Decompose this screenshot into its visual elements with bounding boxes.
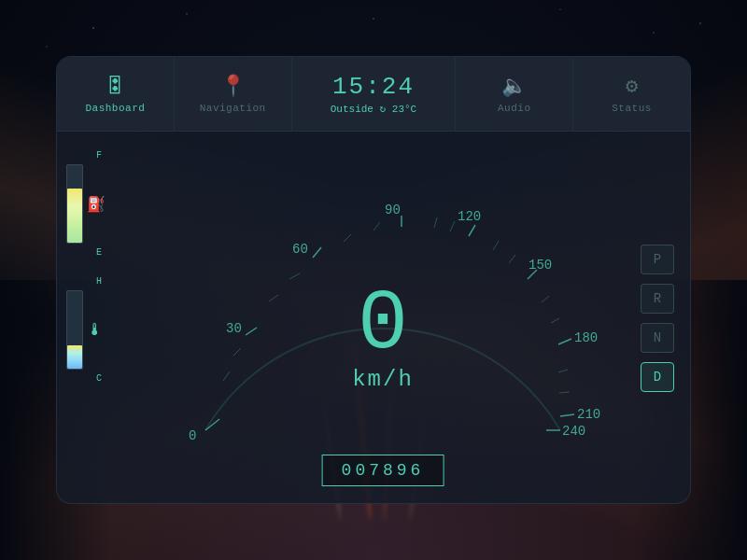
left-gauges: F ⛽ E H 🌡 C xyxy=(57,132,141,504)
status-icon: ⚙ xyxy=(626,74,638,99)
speedometer-area: 0 30 60 90 120 150 180 xyxy=(141,132,625,504)
svg-line-24 xyxy=(434,217,437,228)
fuel-bar xyxy=(66,164,83,244)
svg-line-18 xyxy=(223,371,230,381)
svg-text:210: 210 xyxy=(577,407,600,422)
temp-bar-container: 🌡 xyxy=(66,290,132,370)
svg-text:240: 240 xyxy=(562,424,585,439)
svg-line-26 xyxy=(493,241,499,250)
svg-line-22 xyxy=(344,234,351,242)
fuel-icon: ⛽ xyxy=(87,195,106,214)
svg-text:90: 90 xyxy=(385,203,401,217)
svg-line-29 xyxy=(551,318,559,323)
fuel-top-label: F xyxy=(66,150,132,161)
svg-line-12 xyxy=(558,339,571,344)
svg-text:30: 30 xyxy=(226,321,242,336)
odometer-display: 007896 xyxy=(322,455,444,486)
dashboard-icon: 🎛 xyxy=(105,74,125,99)
gear-N[interactable]: N xyxy=(641,323,674,353)
audio-icon: 🔈 xyxy=(501,74,527,99)
temp-top-label: H xyxy=(66,276,132,287)
content-area: F ⛽ E H 🌡 C xyxy=(57,132,690,504)
svg-line-27 xyxy=(509,255,515,263)
nav-label-dashboard: Dashboard xyxy=(85,103,145,114)
svg-line-8 xyxy=(469,225,475,236)
temp-bar xyxy=(66,290,83,370)
svg-line-2 xyxy=(246,328,257,335)
gear-D[interactable]: D xyxy=(641,362,674,392)
svg-line-25 xyxy=(450,221,455,231)
svg-text:180: 180 xyxy=(574,330,598,345)
gear-R[interactable]: R xyxy=(641,284,674,314)
nav-label-navigation: Navigation xyxy=(200,103,266,114)
nav-item-audio[interactable]: 🔈 Audio xyxy=(456,57,573,131)
fuel-bar-container: ⛽ xyxy=(66,164,132,244)
speed-unit: km/h xyxy=(352,367,414,392)
fuel-bottom-label: E xyxy=(66,247,132,258)
svg-line-4 xyxy=(313,247,321,258)
nav-label-status: Status xyxy=(612,103,652,114)
svg-line-28 xyxy=(542,296,549,302)
temp-fill xyxy=(67,345,82,369)
speed-display: 0 km/h xyxy=(352,283,414,392)
dashboard-card: 🎛 Dashboard 📍 Navigation 15:24 Outside ↻… xyxy=(56,56,691,504)
svg-text:150: 150 xyxy=(529,258,552,273)
svg-line-19 xyxy=(233,348,241,356)
gear-P[interactable]: P xyxy=(641,245,674,274)
fuel-gauge-group: F ⛽ E xyxy=(66,150,132,258)
svg-line-30 xyxy=(558,370,568,372)
svg-text:60: 60 xyxy=(292,242,308,257)
weather-info: Outside ↻ 23°C xyxy=(331,103,416,115)
clock-time: 15:24 xyxy=(332,73,415,101)
svg-line-31 xyxy=(559,392,570,393)
gear-selector: P R N D xyxy=(625,132,690,504)
svg-line-20 xyxy=(269,295,278,301)
svg-text:120: 120 xyxy=(458,209,481,224)
navigation-icon: 📍 xyxy=(220,74,246,99)
svg-line-14 xyxy=(560,414,574,416)
svg-text:0: 0 xyxy=(189,428,196,443)
nav-item-clock: 15:24 Outside ↻ 23°C xyxy=(292,57,457,131)
nav-item-navigation[interactable]: 📍 Navigation xyxy=(175,57,292,131)
temp-gauge-group: H 🌡 C xyxy=(66,276,132,384)
svg-line-23 xyxy=(374,222,380,231)
nav-bar: 🎛 Dashboard 📍 Navigation 15:24 Outside ↻… xyxy=(57,57,690,132)
temp-icon: 🌡 xyxy=(87,320,104,340)
speed-value: 0 xyxy=(352,283,414,367)
temp-bottom-label: C xyxy=(66,373,132,384)
nav-label-audio: Audio xyxy=(498,103,531,114)
nav-item-dashboard[interactable]: 🎛 Dashboard xyxy=(57,57,175,131)
nav-item-status[interactable]: ⚙ Status xyxy=(573,57,690,131)
svg-line-21 xyxy=(289,273,300,279)
fuel-fill xyxy=(67,189,82,243)
